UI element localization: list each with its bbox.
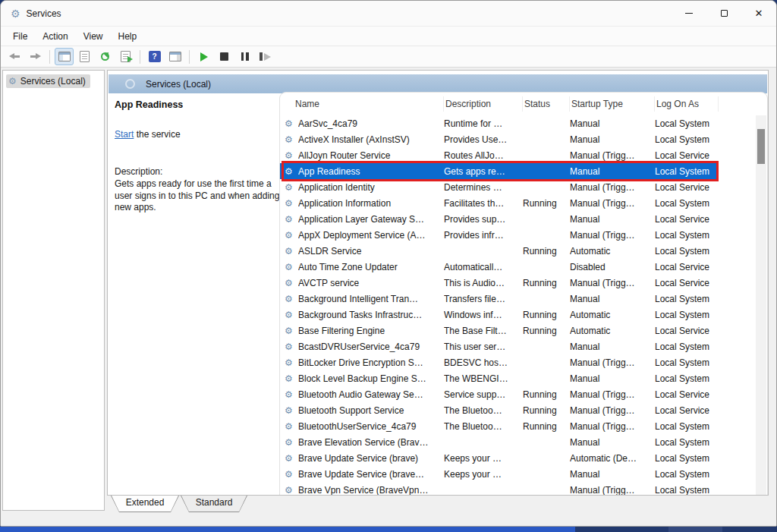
menu-item-action[interactable]: Action bbox=[35, 29, 75, 44]
export-list-button[interactable] bbox=[116, 48, 135, 65]
tab-extended[interactable]: Extended bbox=[111, 496, 179, 512]
taskbar-strip bbox=[0, 527, 777, 532]
table-row[interactable]: ⚙BitLocker Drive Encryption S…BDESVC hos… bbox=[280, 354, 719, 370]
cell-status: Running bbox=[523, 405, 570, 416]
table-row[interactable]: ⚙ActiveX Installer (AxInstSV)Provides Us… bbox=[280, 131, 719, 147]
cell-name: Bluetooth Audio Gateway Se… bbox=[298, 389, 444, 400]
cell-logon: Local System bbox=[655, 469, 719, 480]
toolbar-separator bbox=[189, 50, 190, 64]
cell-startup: Manual bbox=[570, 342, 655, 352]
pause-service-button[interactable] bbox=[235, 48, 254, 65]
cell-description: This is Audio… bbox=[444, 278, 523, 288]
table-row[interactable]: ⚙AVCTP serviceThis is Audio…RunningManua… bbox=[280, 275, 719, 291]
cell-logon: Local System bbox=[655, 246, 719, 257]
show-action-pane-button[interactable] bbox=[165, 48, 184, 65]
cell-name: BcastDVRUserService_4ca79 bbox=[298, 342, 444, 352]
cell-name: Background Intelligent Tran… bbox=[298, 294, 444, 304]
table-row[interactable]: ⚙AllJoyn Router ServiceRoutes AllJo…Manu… bbox=[280, 147, 719, 163]
cell-status: Running bbox=[523, 246, 570, 257]
service-gear-icon: ⚙ bbox=[285, 166, 298, 177]
tree-item-services-local[interactable]: ⚙ Services (Local) bbox=[6, 74, 90, 88]
table-row[interactable]: ⚙BluetoothUserService_4ca79The Bluetoo…R… bbox=[280, 418, 719, 434]
watermark-gear-icon bbox=[125, 79, 135, 89]
help-button[interactable]: ? bbox=[145, 48, 164, 65]
cell-name: Background Tasks Infrastruc… bbox=[298, 310, 444, 320]
cell-logon: Local Service bbox=[655, 326, 719, 336]
description-label: Description: bbox=[115, 166, 288, 177]
service-gear-icon: ⚙ bbox=[285, 118, 298, 129]
menu-bar: FileActionViewHelp bbox=[1, 26, 776, 46]
cell-status: Running bbox=[523, 389, 570, 400]
table-row[interactable]: ⚙App ReadinessGets apps re…ManualLocal S… bbox=[280, 163, 719, 179]
menu-item-help[interactable]: Help bbox=[111, 29, 145, 44]
cell-description: The Bluetoo… bbox=[444, 405, 523, 416]
service-gear-icon: ⚙ bbox=[285, 453, 298, 464]
cell-status: Running bbox=[523, 421, 570, 432]
table-row[interactable]: ⚙Application InformationFacilitates th…R… bbox=[280, 195, 719, 211]
cell-description: Automaticall… bbox=[444, 262, 523, 272]
column-header-name[interactable]: Name bbox=[285, 96, 444, 112]
workspace: ⚙ Services (Local) Services (Local) App … bbox=[1, 68, 776, 526]
cell-description: Keeps your … bbox=[444, 469, 523, 480]
table-row[interactable]: ⚙AarSvc_4ca79Runtime for …ManualLocal Sy… bbox=[280, 115, 719, 131]
column-header-description[interactable]: Description bbox=[444, 96, 523, 112]
table-row[interactable]: ⚙BcastDVRUserService_4ca79This user ser…… bbox=[280, 338, 719, 354]
refresh-button[interactable] bbox=[96, 48, 115, 65]
menu-item-view[interactable]: View bbox=[76, 29, 111, 44]
cell-startup: Manual bbox=[570, 373, 655, 384]
table-row[interactable]: ⚙Brave Update Service (brave…Keeps your … bbox=[280, 466, 719, 482]
table-row[interactable]: ⚙Background Intelligent Tran…Transfers f… bbox=[280, 291, 719, 307]
start-service-link[interactable]: Start bbox=[115, 129, 134, 140]
start-service-button[interactable] bbox=[194, 48, 213, 65]
table-row[interactable]: ⚙AppX Deployment Service (A…Provides inf… bbox=[280, 227, 719, 243]
action-pane-icon bbox=[169, 52, 181, 61]
cell-startup: Manual (Trigg… bbox=[570, 357, 655, 368]
table-row[interactable]: ⚙Background Tasks Infrastruc…Windows inf… bbox=[280, 307, 719, 323]
vertical-scrollbar[interactable] bbox=[756, 115, 766, 495]
table-row[interactable]: ⚙Bluetooth Audio Gateway Se…Service supp… bbox=[280, 386, 719, 402]
show-console-tree-button[interactable] bbox=[55, 48, 74, 65]
minimize-button[interactable] bbox=[672, 1, 706, 26]
table-row[interactable]: ⚙Brave Vpn Service (BraveVpn…Manual (Tri… bbox=[280, 482, 719, 495]
scrollbar-thumb[interactable] bbox=[757, 129, 765, 164]
menu-item-file[interactable]: File bbox=[5, 29, 35, 44]
column-header-log-on-as[interactable]: Log On As bbox=[655, 96, 719, 112]
properties-button[interactable] bbox=[75, 48, 94, 65]
cell-startup: Manual bbox=[570, 437, 655, 448]
table-row[interactable]: ⚙Brave Elevation Service (Brav…ManualLoc… bbox=[280, 434, 719, 450]
cell-name: Block Level Backup Engine S… bbox=[298, 373, 444, 384]
help-icon: ? bbox=[149, 51, 161, 62]
service-gear-icon: ⚙ bbox=[285, 373, 298, 384]
column-header-status[interactable]: Status bbox=[523, 96, 570, 112]
cell-name: App Readiness bbox=[298, 166, 444, 177]
restart-service-button[interactable] bbox=[256, 48, 275, 65]
cell-description: Determines … bbox=[444, 182, 523, 193]
service-gear-icon: ⚙ bbox=[285, 342, 298, 352]
column-header-startup-type[interactable]: Startup Type bbox=[570, 96, 655, 112]
cell-startup: Manual (Trigg… bbox=[570, 230, 655, 241]
pane-header-label: Services (Local) bbox=[146, 79, 211, 90]
table-row[interactable]: ⚙Base Filtering EngineThe Base Filt…Runn… bbox=[280, 323, 719, 338]
table-row[interactable]: ⚙Bluetooth Support ServiceThe Bluetoo…Ru… bbox=[280, 402, 719, 418]
table-row[interactable]: ⚙Application Layer Gateway S…Provides su… bbox=[280, 211, 719, 227]
close-icon: ✕ bbox=[755, 8, 763, 18]
table-row[interactable]: ⚙ASLDR ServiceRunningAutomaticLocal Syst… bbox=[280, 243, 719, 259]
forward-button[interactable] bbox=[26, 48, 45, 65]
cell-logon: Local System bbox=[655, 373, 719, 384]
service-gear-icon: ⚙ bbox=[285, 230, 298, 241]
cell-logon: Local System bbox=[655, 198, 719, 209]
table-row[interactable]: ⚙Block Level Backup Engine S…The WBENGI…… bbox=[280, 370, 719, 386]
stop-service-button[interactable] bbox=[215, 48, 234, 65]
tab-standard[interactable]: Standard bbox=[181, 496, 247, 512]
cell-startup: Manual bbox=[570, 118, 655, 129]
service-gear-icon: ⚙ bbox=[285, 134, 298, 145]
service-gear-icon: ⚙ bbox=[285, 294, 298, 304]
close-button[interactable]: ✕ bbox=[741, 1, 776, 26]
back-button[interactable] bbox=[5, 48, 24, 65]
maximize-button[interactable] bbox=[706, 1, 741, 26]
service-gear-icon: ⚙ bbox=[285, 469, 298, 480]
table-row[interactable]: ⚙Brave Update Service (brave)Keeps your … bbox=[280, 450, 719, 466]
table-row[interactable]: ⚙Application IdentityDetermines …Manual … bbox=[280, 179, 719, 195]
cell-startup: Manual (Trigg… bbox=[570, 198, 655, 209]
table-row[interactable]: ⚙Auto Time Zone UpdaterAutomaticall…Disa… bbox=[280, 259, 719, 275]
